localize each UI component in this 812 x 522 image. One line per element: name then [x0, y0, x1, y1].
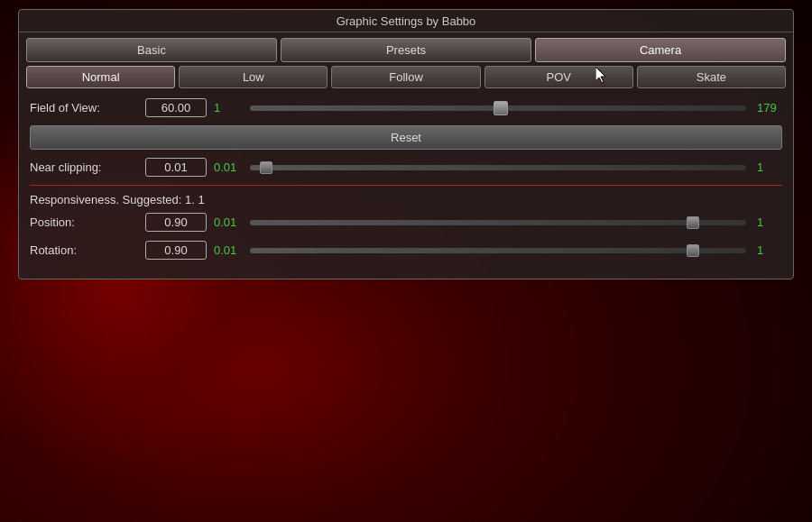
- rotation-thumb[interactable]: [687, 244, 699, 257]
- position-thumb[interactable]: [687, 216, 699, 229]
- near-clipping-slider-track[interactable]: [250, 165, 746, 170]
- near-clipping-current: 0.01: [214, 160, 239, 174]
- fov-min: 1: [214, 101, 239, 114]
- rotation-slider-track[interactable]: [250, 248, 746, 253]
- rotation-label: Rotation:: [30, 243, 138, 257]
- position-value[interactable]: 0.90: [145, 213, 207, 232]
- subtab-skate[interactable]: Skate: [637, 66, 786, 88]
- position-row: Position: 0.90 0.01 1: [19, 208, 793, 236]
- reset-button[interactable]: Reset: [30, 125, 782, 150]
- main-tab-row: Basic Presets Camera: [19, 32, 793, 66]
- fov-slider-thumb[interactable]: [494, 101, 508, 115]
- rotation-current: 0.01: [214, 243, 239, 257]
- near-clipping-thumb[interactable]: [260, 161, 272, 174]
- fov-value[interactable]: 60.00: [145, 98, 207, 117]
- sub-tab-row: Normal Low Follow POV Skate: [19, 66, 793, 94]
- tab-camera[interactable]: Camera: [535, 38, 786, 62]
- fov-row: Field of View: 60.00 1 179: [19, 94, 793, 122]
- near-clipping-row: Near clipping: 0.01 0.01 1: [19, 153, 793, 181]
- position-slider-track[interactable]: [250, 220, 746, 225]
- near-clipping-label: Near clipping:: [30, 160, 138, 174]
- panel-title: Graphic Settings by Babbo: [19, 10, 793, 32]
- rotation-value[interactable]: 0.90: [145, 241, 207, 260]
- settings-panel: Graphic Settings by Babbo Basic Presets …: [18, 9, 794, 279]
- rotation-row: Rotation: 0.90 0.01 1: [19, 236, 793, 264]
- subtab-pov[interactable]: POV: [484, 66, 633, 88]
- near-clipping-max: 1: [757, 160, 782, 174]
- fov-label: Field of View:: [30, 101, 138, 114]
- fov-slider-track[interactable]: [250, 105, 746, 111]
- fov-max: 179: [757, 101, 782, 114]
- subtab-normal[interactable]: Normal: [26, 66, 175, 88]
- rotation-max: 1: [757, 243, 782, 257]
- red-divider: [30, 185, 782, 186]
- tab-presets[interactable]: Presets: [281, 38, 531, 62]
- near-clipping-value[interactable]: 0.01: [145, 158, 207, 177]
- position-current: 0.01: [214, 215, 239, 229]
- position-label: Position:: [30, 215, 138, 229]
- subtab-follow[interactable]: Follow: [331, 66, 480, 88]
- responsiveness-label: Responsiveness. Suggested: 1. 1: [19, 189, 793, 208]
- subtab-low[interactable]: Low: [179, 66, 328, 88]
- position-max: 1: [757, 215, 782, 229]
- tab-basic[interactable]: Basic: [26, 38, 277, 62]
